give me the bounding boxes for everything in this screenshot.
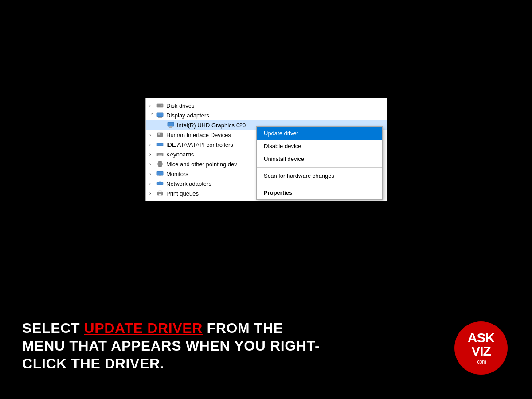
hid-arrow: › xyxy=(149,133,154,137)
svg-rect-23 xyxy=(157,182,163,185)
monitors-icon xyxy=(156,170,164,177)
svg-rect-4 xyxy=(158,117,162,118)
askviz-viz: VIZ xyxy=(471,344,491,358)
svg-rect-21 xyxy=(159,175,161,176)
svg-rect-28 xyxy=(159,194,161,196)
monitors-arrow: › xyxy=(149,172,154,176)
askviz-circle: ASK VIZ .com xyxy=(454,321,508,375)
keyboards-arrow: › xyxy=(149,152,154,157)
svg-rect-15 xyxy=(160,154,161,155)
instruction-before: SELECT xyxy=(22,320,84,336)
mice-icon xyxy=(156,160,164,168)
display-adapters-icon xyxy=(156,112,164,119)
monitors-label: Monitors xyxy=(166,171,188,177)
keyboards-icon xyxy=(156,151,164,158)
svg-rect-7 xyxy=(169,127,172,128)
ide-icon xyxy=(156,141,164,148)
disk-drives-label: Disk drives xyxy=(166,102,195,109)
disk-drives-arrow: › xyxy=(149,103,154,108)
askviz-dotcom: .com xyxy=(476,359,486,365)
context-menu-divider xyxy=(257,167,382,168)
svg-rect-6 xyxy=(170,126,172,127)
disable-device-label: Disable device xyxy=(264,143,301,149)
keyboards-label: Keyboards xyxy=(166,151,194,158)
display-adapters-label: Display adapters xyxy=(166,112,209,119)
svg-rect-10 xyxy=(158,134,160,135)
properties-label: Properties xyxy=(264,189,292,196)
context-menu: Update driver Disable device Uninstall d… xyxy=(256,126,383,200)
print-queues-arrow: › xyxy=(149,191,154,196)
scan-hardware-item[interactable]: Scan for hardware changes xyxy=(257,169,382,182)
svg-rect-27 xyxy=(159,191,161,192)
display-adapters-arrow: › xyxy=(149,113,154,117)
properties-item[interactable]: Properties xyxy=(257,186,382,199)
print-queues-label: Print queues xyxy=(166,190,199,197)
svg-rect-20 xyxy=(157,171,163,175)
svg-rect-13 xyxy=(158,154,159,155)
disable-device-item[interactable]: Disable device xyxy=(257,140,382,153)
svg-rect-22 xyxy=(158,176,162,176)
svg-rect-17 xyxy=(158,155,162,156)
hid-icon xyxy=(156,131,164,138)
scan-hardware-label: Scan for hardware changes xyxy=(264,172,334,179)
svg-point-1 xyxy=(161,105,163,106)
intel-uhd-label: Intel(R) UHD Graphics 620 xyxy=(177,122,246,129)
ide-arrow: › xyxy=(149,142,154,147)
svg-rect-2 xyxy=(157,113,163,117)
network-adapters-label: Network adapters xyxy=(166,180,211,187)
intel-uhd-icon xyxy=(167,121,174,129)
askviz-ask: ASK xyxy=(468,331,494,344)
ide-label: IDE ATA/ATAPI controllers xyxy=(166,141,233,148)
instruction-text: SELECT UPDATE DRIVER FROM THE MENU THAT … xyxy=(22,319,324,372)
mice-label: Mice and other pointing dev xyxy=(166,161,237,168)
display-adapters-item[interactable]: › Display adapters xyxy=(146,110,387,120)
uninstall-device-item[interactable]: Uninstall device xyxy=(257,153,382,165)
svg-rect-16 xyxy=(161,154,162,155)
disk-drives-icon xyxy=(156,102,164,109)
hid-label: Human Interface Devices xyxy=(166,132,231,138)
mice-arrow: › xyxy=(149,162,154,167)
askviz-logo: ASK VIZ .com xyxy=(454,321,508,375)
network-adapters-icon xyxy=(156,180,164,187)
update-driver-label: Update driver xyxy=(264,130,298,137)
svg-rect-14 xyxy=(159,154,160,155)
svg-rect-3 xyxy=(159,117,161,117)
instruction-highlight: UPDATE DRIVER xyxy=(84,320,203,336)
network-adapters-arrow: › xyxy=(149,181,154,186)
print-queues-icon xyxy=(156,190,164,197)
disk-drives-item[interactable]: › Disk drives xyxy=(146,101,387,110)
update-driver-item[interactable]: Update driver xyxy=(257,127,382,140)
svg-rect-9 xyxy=(158,133,160,134)
svg-rect-5 xyxy=(168,122,174,126)
context-menu-divider2 xyxy=(257,184,382,184)
svg-point-24 xyxy=(160,181,161,182)
svg-rect-11 xyxy=(157,143,163,146)
uninstall-device-label: Uninstall device xyxy=(264,156,304,162)
